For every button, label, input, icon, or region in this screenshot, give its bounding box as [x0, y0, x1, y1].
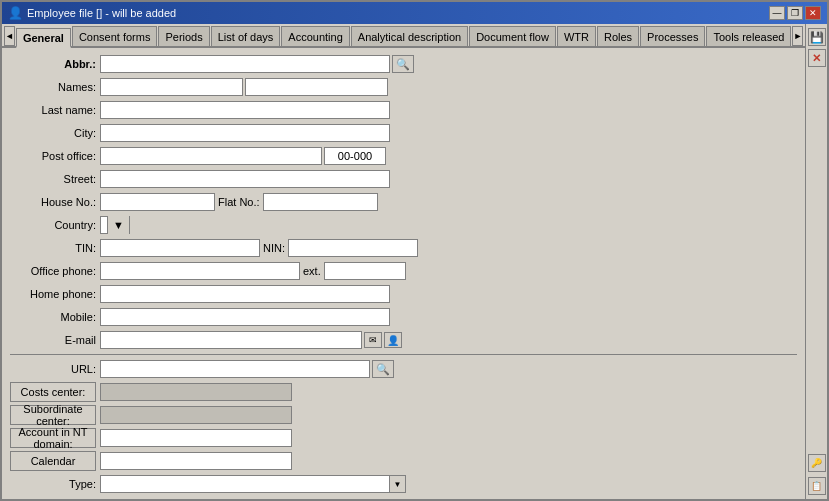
- title-bar: 👤 Employee file [] - will be added — ❐ ✕: [2, 2, 827, 24]
- tin-label: TIN:: [10, 242, 100, 254]
- office-phone-row: Office phone: ext.: [10, 261, 797, 281]
- costs-center-button[interactable]: Costs center:: [10, 382, 96, 402]
- minimize-button[interactable]: —: [769, 6, 785, 20]
- home-phone-input[interactable]: [100, 285, 390, 303]
- costs-center-input[interactable]: [100, 383, 292, 401]
- nin-input[interactable]: [288, 239, 418, 257]
- window-icon: 👤: [8, 6, 23, 20]
- post-code-input[interactable]: [324, 147, 386, 165]
- url-input[interactable]: [100, 360, 370, 378]
- tab-document-flow[interactable]: Document flow: [469, 26, 556, 46]
- second-name-input[interactable]: [245, 78, 388, 96]
- delete-icon: ✕: [812, 52, 821, 65]
- city-input[interactable]: [100, 124, 390, 142]
- tab-periods[interactable]: Periods: [158, 26, 209, 46]
- email-input[interactable]: [100, 331, 362, 349]
- email-person-button[interactable]: 👤: [384, 332, 402, 348]
- country-label: Country:: [10, 219, 100, 231]
- mobile-label: Mobile:: [10, 311, 100, 323]
- mobile-row: Mobile:: [10, 307, 797, 327]
- url-row: URL: 🔍: [10, 359, 797, 379]
- office-phone-input[interactable]: [100, 262, 300, 280]
- restore-button[interactable]: ❐: [787, 6, 803, 20]
- close-button[interactable]: ✕: [805, 6, 821, 20]
- tab-tools-released[interactable]: Tools released: [706, 26, 791, 46]
- tab-analytical-description[interactable]: Analytical description: [351, 26, 468, 46]
- tab-nav-right[interactable]: ►: [792, 26, 803, 46]
- costs-center-row: Costs center:: [10, 382, 797, 402]
- house-no-input[interactable]: [100, 193, 215, 211]
- first-name-input[interactable]: [100, 78, 243, 96]
- title-buttons: — ❐ ✕: [769, 6, 821, 20]
- tin-nin-row: TIN: NIN:: [10, 238, 797, 258]
- post-office-row: Post office:: [10, 146, 797, 166]
- key-icon: 🔑: [811, 458, 822, 468]
- house-no-row: House No.: Flat No.:: [10, 192, 797, 212]
- content-area: ◄ General Consent forms Periods List of …: [2, 24, 827, 499]
- subordinate-center-button[interactable]: Subordinate center:: [10, 405, 96, 425]
- calendar-input[interactable]: [100, 452, 292, 470]
- url-search-button[interactable]: 🔍: [372, 360, 394, 378]
- tab-accounting[interactable]: Accounting: [281, 26, 349, 46]
- tab-roles[interactable]: Roles: [597, 26, 639, 46]
- type-input[interactable]: [100, 475, 390, 493]
- costs-center-btn-container: Costs center:: [10, 382, 100, 402]
- mobile-input[interactable]: [100, 308, 390, 326]
- subordinate-center-input[interactable]: [100, 406, 292, 424]
- save-button[interactable]: 💾: [808, 28, 826, 46]
- tab-general[interactable]: General: [16, 28, 71, 48]
- last-name-label: Last name:: [10, 104, 100, 116]
- city-row: City:: [10, 123, 797, 143]
- last-name-input[interactable]: [100, 101, 390, 119]
- last-name-row: Last name:: [10, 100, 797, 120]
- tab-list-of-days[interactable]: List of days: [211, 26, 281, 46]
- street-input[interactable]: [100, 170, 390, 188]
- flat-no-input[interactable]: [263, 193, 378, 211]
- account-nt-input[interactable]: [100, 429, 292, 447]
- account-nt-button[interactable]: Account in NT domain:: [10, 428, 96, 448]
- url-label: URL:: [10, 363, 100, 375]
- clipboard-button[interactable]: 📋: [808, 477, 826, 495]
- calendar-btn-container: Calendar: [10, 451, 100, 471]
- abbr-search-button[interactable]: 🔍: [392, 55, 414, 73]
- tab-bar: ◄ General Consent forms Periods List of …: [2, 24, 805, 48]
- street-label: Street:: [10, 173, 100, 185]
- names-label: Names:: [10, 81, 100, 93]
- type-row: Type: ▼: [10, 474, 797, 494]
- tin-input[interactable]: [100, 239, 260, 257]
- account-nt-row: Account in NT domain:: [10, 428, 797, 448]
- main-window: 👤 Employee file [] - will be added — ❐ ✕…: [0, 0, 829, 501]
- tab-processes[interactable]: Processes: [640, 26, 705, 46]
- calendar-button[interactable]: Calendar: [10, 451, 96, 471]
- house-no-label: House No.:: [10, 196, 100, 208]
- main-panel: ◄ General Consent forms Periods List of …: [2, 24, 805, 499]
- home-phone-row: Home phone:: [10, 284, 797, 304]
- street-row: Street:: [10, 169, 797, 189]
- tab-consent-forms[interactable]: Consent forms: [72, 26, 158, 46]
- tab-nav-left[interactable]: ◄: [4, 26, 15, 46]
- type-label: Type:: [10, 478, 100, 490]
- separator-1: [10, 354, 797, 355]
- country-dropdown-button[interactable]: ▼: [107, 216, 129, 234]
- abbr-label: Abbr.:: [10, 58, 100, 70]
- tab-wtr[interactable]: WTR: [557, 26, 596, 46]
- home-phone-label: Home phone:: [10, 288, 100, 300]
- country-row: Country: ▼: [10, 215, 797, 235]
- post-office-input[interactable]: [100, 147, 322, 165]
- ext-input[interactable]: [324, 262, 406, 280]
- abbr-input[interactable]: [100, 55, 390, 73]
- email-label: E-mail: [10, 334, 100, 346]
- form-area: Abbr.: 🔍 Names: Last name:: [2, 48, 805, 499]
- nin-label: NIN:: [263, 242, 285, 254]
- search-icon: 🔍: [396, 58, 410, 71]
- delete-button[interactable]: ✕: [808, 49, 826, 67]
- ext-label: ext.: [303, 265, 321, 277]
- abbr-row: Abbr.: 🔍: [10, 54, 797, 74]
- right-sidebar: 💾 ✕ 🔑 📋: [805, 24, 827, 499]
- email-mail-button[interactable]: ✉: [364, 332, 382, 348]
- key-button[interactable]: 🔑: [808, 454, 826, 472]
- names-row: Names:: [10, 77, 797, 97]
- type-dropdown-button[interactable]: ▼: [390, 475, 406, 493]
- flat-no-label: Flat No.:: [218, 196, 260, 208]
- calendar-row: Calendar: [10, 451, 797, 471]
